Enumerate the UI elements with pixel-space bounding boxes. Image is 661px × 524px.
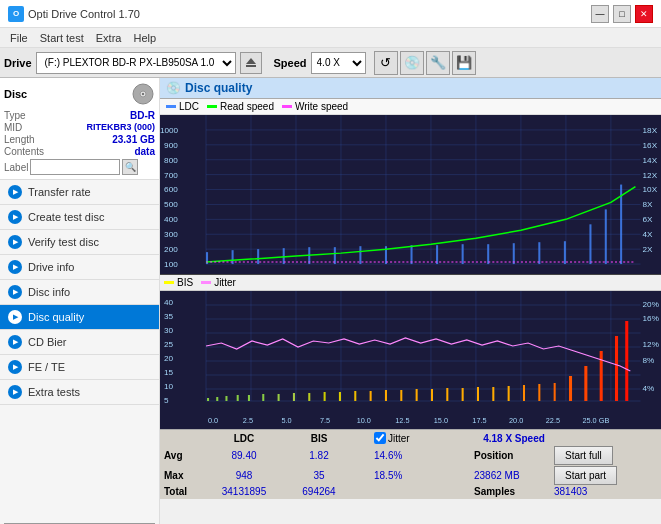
close-button[interactable]: ✕ bbox=[635, 5, 653, 23]
svg-rect-103 bbox=[538, 384, 540, 401]
disc-header: Disc bbox=[4, 82, 155, 106]
svg-text:16X: 16X bbox=[643, 141, 658, 150]
nav-disc-info-label: Disc info bbox=[28, 286, 70, 298]
avg-ldc: 89.40 bbox=[204, 450, 284, 461]
avg-jitter: 14.6% bbox=[374, 450, 474, 461]
svg-text:20: 20 bbox=[164, 354, 174, 363]
create-test-disc-icon: ▶ bbox=[8, 210, 22, 224]
svg-rect-81 bbox=[216, 397, 218, 401]
svg-rect-95 bbox=[416, 389, 418, 401]
nav-disc-quality[interactable]: ▶ Disc quality bbox=[0, 305, 159, 330]
svg-text:800: 800 bbox=[164, 156, 178, 165]
sidebar: Disc Type BD-R MID RITEKBR3 (000) Length… bbox=[0, 78, 160, 524]
svg-text:8X: 8X bbox=[643, 201, 654, 210]
disc-button[interactable]: 💿 bbox=[400, 51, 424, 75]
disc-quality-icon: ▶ bbox=[8, 310, 22, 324]
menu-extra[interactable]: Extra bbox=[90, 31, 128, 45]
svg-text:1000: 1000 bbox=[160, 126, 179, 135]
svg-text:25: 25 bbox=[164, 340, 174, 349]
svg-rect-31 bbox=[359, 246, 361, 264]
mid-value: RITEKBR3 (000) bbox=[86, 122, 155, 133]
nav-extra-tests[interactable]: ▶ Extra tests bbox=[0, 380, 159, 405]
svg-text:10: 10 bbox=[164, 382, 174, 391]
svg-text:17.5: 17.5 bbox=[472, 416, 486, 425]
legend-bis: BIS bbox=[164, 277, 193, 288]
nav-create-test-disc-label: Create test disc bbox=[28, 211, 104, 223]
avg-bis: 1.82 bbox=[284, 450, 354, 461]
top-chart: 18X 16X 14X 12X 10X 8X 6X 4X 2X 1000 900… bbox=[160, 115, 661, 275]
avg-label: Avg bbox=[164, 450, 204, 461]
start-full-button[interactable]: Start full bbox=[554, 446, 613, 465]
app-title: Opti Drive Control 1.70 bbox=[28, 8, 140, 20]
svg-text:2.5: 2.5 bbox=[243, 416, 253, 425]
contents-value: data bbox=[134, 146, 155, 157]
svg-text:15.0: 15.0 bbox=[434, 416, 448, 425]
drive-select[interactable]: (F:) PLEXTOR BD-R PX-LB950SA 1.06 bbox=[36, 52, 236, 74]
disc-title: Disc bbox=[4, 88, 27, 100]
svg-text:35: 35 bbox=[164, 312, 174, 321]
nav-cd-bier[interactable]: ▶ CD Bier bbox=[0, 330, 159, 355]
titlebar-controls: — □ ✕ bbox=[591, 5, 653, 23]
stats-max-row: Max 948 35 18.5% 23862 MB Start part bbox=[164, 466, 657, 485]
nav-fe-te[interactable]: ▶ FE / TE bbox=[0, 355, 159, 380]
legend-write-speed: Write speed bbox=[282, 101, 348, 112]
samples-label: Samples bbox=[474, 486, 554, 497]
nav-create-test-disc[interactable]: ▶ Create test disc bbox=[0, 205, 159, 230]
save-button[interactable]: 💾 bbox=[452, 51, 476, 75]
maximize-button[interactable]: □ bbox=[613, 5, 631, 23]
svg-text:18X: 18X bbox=[643, 126, 658, 135]
x-axis-labels: 0.0 2.5 5.0 7.5 10.0 12.5 15.0 17.5 20.0… bbox=[160, 411, 661, 429]
label-label: Label bbox=[4, 162, 28, 173]
svg-text:20.0: 20.0 bbox=[509, 416, 523, 425]
nav-verify-test-disc[interactable]: ▶ Verify test disc bbox=[0, 230, 159, 255]
jitter-header: Jitter bbox=[388, 433, 410, 444]
svg-rect-102 bbox=[523, 385, 525, 401]
label-input[interactable] bbox=[30, 159, 120, 175]
nav-cd-bier-label: CD Bier bbox=[28, 336, 67, 348]
nav-transfer-rate-label: Transfer rate bbox=[28, 186, 91, 198]
total-label: Total bbox=[164, 486, 204, 497]
settings-button[interactable]: 🔧 bbox=[426, 51, 450, 75]
svg-text:300: 300 bbox=[164, 230, 178, 239]
refresh-button[interactable]: ↺ bbox=[374, 51, 398, 75]
eject-button[interactable] bbox=[240, 52, 262, 74]
menubar: File Start test Extra Help bbox=[0, 28, 661, 48]
drive-label: Drive bbox=[4, 57, 32, 69]
svg-text:900: 900 bbox=[164, 141, 178, 150]
speed-select[interactable]: 4.0 X bbox=[311, 52, 366, 74]
stats-total-row: Total 34131895 694264 Samples 381403 bbox=[164, 486, 657, 497]
svg-text:6X: 6X bbox=[643, 215, 654, 224]
svg-rect-1 bbox=[246, 65, 256, 67]
read-speed-legend-label: Read speed bbox=[220, 101, 274, 112]
svg-rect-104 bbox=[554, 383, 556, 401]
svg-rect-88 bbox=[308, 393, 310, 401]
start-part-btn-container: Start part bbox=[554, 466, 634, 485]
svg-rect-35 bbox=[462, 244, 464, 264]
titlebar-left: O Opti Drive Control 1.70 bbox=[8, 6, 140, 22]
bottom-chart: 20% 16% 12% 8% 4% 40 35 30 25 20 15 10 5 bbox=[160, 291, 661, 411]
nav-drive-info[interactable]: ▶ Drive info bbox=[0, 255, 159, 280]
contents-label: Contents bbox=[4, 146, 44, 157]
disc-type-row: Type BD-R bbox=[4, 110, 155, 121]
menu-start-test[interactable]: Start test bbox=[34, 31, 90, 45]
svg-rect-85 bbox=[262, 394, 264, 401]
svg-rect-82 bbox=[225, 396, 227, 401]
svg-text:12%: 12% bbox=[643, 340, 659, 349]
jitter-checkbox[interactable] bbox=[374, 432, 386, 444]
menu-file[interactable]: File bbox=[4, 31, 34, 45]
svg-text:8%: 8% bbox=[643, 356, 655, 365]
minimize-button[interactable]: — bbox=[591, 5, 609, 23]
legend-ldc: LDC bbox=[166, 101, 199, 112]
menu-help[interactable]: Help bbox=[127, 31, 162, 45]
svg-rect-40 bbox=[589, 224, 591, 264]
label-search-button[interactable]: 🔍 bbox=[122, 159, 138, 175]
bis-legend-dot bbox=[164, 281, 174, 284]
nav-transfer-rate[interactable]: ▶ Transfer rate bbox=[0, 180, 159, 205]
svg-rect-92 bbox=[370, 391, 372, 401]
top-chart-svg: 18X 16X 14X 12X 10X 8X 6X 4X 2X 1000 900… bbox=[160, 115, 661, 274]
start-part-button[interactable]: Start part bbox=[554, 466, 617, 485]
nav-disc-info[interactable]: ▶ Disc info bbox=[0, 280, 159, 305]
bottom-chart-svg: 20% 16% 12% 8% 4% 40 35 30 25 20 15 10 5 bbox=[160, 291, 661, 411]
fe-te-icon: ▶ bbox=[8, 360, 22, 374]
toolbar-icon-buttons: ↺ 💿 🔧 💾 bbox=[374, 51, 476, 75]
